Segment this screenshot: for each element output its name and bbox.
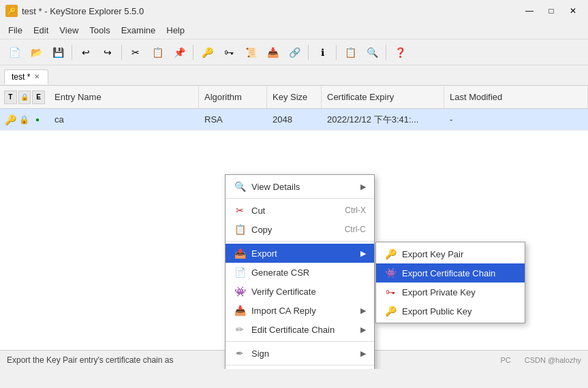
ctx-edit-cert-chain[interactable]: ✏ Edit Certificate Chain ▶ (226, 320, 374, 339)
ctx-sign-icon: ✒ (234, 347, 246, 359)
menu-help[interactable]: Help (161, 23, 190, 37)
cell-cert-expiry: 2022/12/12 下午3:41:... (322, 114, 444, 126)
content-area: T 🔒 E Entry Name Algorithm Key Size Cert… (0, 86, 588, 369)
ctx-import-ca-reply-arrow: ▶ (360, 306, 366, 315)
maximize-button[interactable]: □ (542, 3, 561, 18)
sub-export-private-key[interactable]: 🗝 Export Private Key (376, 282, 525, 302)
row-icons: 🔑 🔒 ● (0, 114, 49, 126)
toolbar-crl[interactable]: 🔍 (362, 43, 382, 62)
sub-export-key-pair-icon: 🔑 (384, 248, 397, 260)
ctx-unlock: 🔓 Unlock (226, 368, 374, 369)
ctx-edit-cert-chain-label: Edit Certificate Chain (251, 325, 355, 335)
toolbar-help[interactable]: ❓ (390, 43, 410, 62)
ctx-verify-cert-icon: 👾 (234, 285, 246, 297)
col-type-icon: T (4, 91, 17, 104)
close-button[interactable]: ✕ (563, 3, 583, 18)
title-bar: 🔑 test * - KeyStore Explorer 5.5.0 — □ ✕ (0, 0, 588, 22)
col-header-last-modified[interactable]: Last Modified (444, 86, 588, 108)
tab-bar: test * ✕ (0, 65, 588, 86)
menu-file[interactable]: File (3, 23, 28, 37)
toolbar-sep-4 (308, 45, 309, 60)
menu-examine[interactable]: Examine (116, 23, 161, 37)
minimize-button[interactable]: — (520, 3, 539, 18)
row-status-icon: ● (31, 114, 44, 126)
sub-export-public-key[interactable]: 🔑 Export Public Key (376, 302, 525, 321)
status-right: PC CSDN @halozhy (500, 356, 581, 364)
col-header-entry-name[interactable]: Entry Name (49, 86, 199, 108)
menu-view[interactable]: View (54, 23, 84, 37)
toolbar-key-pair[interactable]: 🔑 (197, 43, 217, 62)
ctx-view-details-arrow: ▶ (360, 182, 366, 191)
toolbar-connect[interactable]: 🔗 (284, 43, 305, 62)
ctx-cut-label: Cut (251, 206, 339, 216)
ctx-generate-csr-icon: 📄 (234, 266, 246, 278)
toolbar-examine-cert[interactable]: ℹ (312, 43, 332, 62)
menu-tools[interactable]: Tools (84, 23, 115, 37)
ctx-verify-cert-label: Verify Certificate (251, 287, 366, 297)
toolbar-sep-6 (386, 45, 386, 60)
toolbar-cut[interactable]: ✂ (125, 43, 146, 62)
toolbar: 📄 📂 💾 ↩ ↪ ✂ 📋 📌 🔑 🗝 📜 📥 🔗 ℹ 📋 🔍 ❓ (0, 39, 588, 65)
ctx-cut-icon: ✂ (234, 204, 246, 216)
ctx-import-ca-reply[interactable]: 📥 Import CA Reply ▶ (226, 301, 374, 320)
row-lock-icon: 🔒 (18, 114, 30, 126)
toolbar-open[interactable]: 📂 (26, 43, 46, 62)
sub-export-cert-chain-icon: 👾 (384, 267, 397, 279)
ctx-copy[interactable]: 📋 Copy Ctrl-C (226, 220, 374, 239)
ctx-import-ca-reply-label: Import CA Reply (251, 306, 355, 316)
tab-label: test * (12, 72, 30, 82)
sub-export-cert-chain[interactable]: 👾 Export Certificate Chain (376, 263, 525, 282)
sub-export-key-pair[interactable]: 🔑 Export Key Pair (376, 244, 525, 263)
ctx-cut-shortcut: Ctrl-X (345, 206, 366, 215)
ctx-generate-csr-label: Generate CSR (251, 268, 366, 278)
cell-keysize: 2048 (267, 114, 322, 125)
tab-test[interactable]: test * ✕ (4, 69, 48, 84)
cell-last-modified: - (444, 114, 588, 125)
sub-export-key-pair-label: Export Key Pair (402, 249, 463, 259)
col-header-keysize[interactable]: Key Size (267, 86, 322, 108)
toolbar-ssl[interactable]: 📋 (340, 43, 360, 62)
sub-export-private-key-label: Export Private Key (402, 287, 476, 297)
toolbar-paste[interactable]: 📌 (169, 43, 189, 62)
app-icon: 🔑 (5, 5, 18, 17)
table-header: T 🔒 E Entry Name Algorithm Key Size Cert… (0, 86, 588, 109)
col-header-cert-expiry[interactable]: Certificate Expiry (322, 86, 444, 108)
ctx-export-icon: 📤 (234, 247, 246, 259)
toolbar-sep-1 (72, 45, 72, 60)
ctx-sign[interactable]: ✒ Sign ▶ (226, 344, 374, 363)
ctx-sep-2 (226, 241, 374, 242)
status-center-text: PC (500, 356, 510, 364)
sub-export-public-key-icon: 🔑 (384, 305, 397, 317)
toolbar-import-key[interactable]: 🗝 (219, 43, 239, 62)
toolbar-trusted-cert[interactable]: 📜 (241, 43, 261, 62)
toolbar-import-cert[interactable]: 📥 (262, 43, 283, 62)
table-row[interactable]: 🔑 🔒 ● ca RSA 2048 2022/12/12 下午3:41:... … (0, 109, 588, 131)
sub-export-cert-chain-label: Export Certificate Chain (402, 268, 495, 278)
toolbar-undo[interactable]: ↩ (76, 43, 96, 62)
cell-algorithm: RSA (199, 114, 267, 125)
ctx-edit-cert-chain-arrow: ▶ (360, 325, 366, 334)
ctx-generate-csr[interactable]: 📄 Generate CSR (226, 263, 374, 282)
ctx-cut[interactable]: ✂ Cut Ctrl-X (226, 201, 374, 220)
title-bar-left: 🔑 test * - KeyStore Explorer 5.5.0 (5, 5, 144, 17)
ctx-view-details-label: View Details (251, 182, 355, 192)
toolbar-new[interactable]: 📄 (4, 43, 25, 62)
toolbar-redo[interactable]: ↪ (97, 43, 118, 62)
ctx-view-details[interactable]: 🔍 View Details ▶ (226, 177, 374, 196)
cell-entry-name: ca (49, 114, 199, 125)
title-bar-controls: — □ ✕ (520, 3, 583, 18)
col-header-algorithm[interactable]: Algorithm (199, 86, 267, 108)
context-menu: 🔍 View Details ▶ ✂ Cut Ctrl-X 📋 Copy Ctr… (225, 174, 375, 369)
ctx-copy-shortcut: Ctrl-C (345, 225, 366, 234)
ctx-sep-3 (226, 341, 374, 342)
toolbar-sep-5 (336, 45, 337, 60)
ctx-verify-cert[interactable]: 👾 Verify Certificate (226, 282, 374, 301)
ctx-sep-1 (226, 198, 374, 199)
toolbar-copy[interactable]: 📋 (147, 43, 168, 62)
window-title: test * - KeyStore Explorer 5.5.0 (22, 6, 144, 16)
menu-edit[interactable]: Edit (28, 23, 54, 37)
export-submenu: 🔑 Export Key Pair 👾 Export Certificate C… (375, 242, 525, 323)
tab-close-icon[interactable]: ✕ (33, 73, 41, 80)
ctx-export[interactable]: 📤 Export ▶ 🔑 Export Key Pair 👾 Export Ce… (226, 244, 374, 263)
toolbar-save[interactable]: 💾 (48, 43, 68, 62)
